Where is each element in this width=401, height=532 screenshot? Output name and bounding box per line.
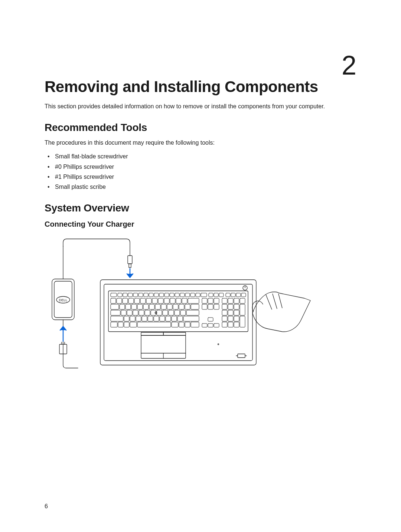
svg-rect-106 [166,316,171,321]
svg-rect-73 [185,304,190,309]
svg-rect-40 [111,298,116,303]
svg-rect-124 [202,324,207,327]
svg-rect-59 [234,298,239,303]
svg-rect-51 [176,298,181,303]
svg-rect-120 [172,322,178,327]
svg-rect-103 [148,316,153,321]
svg-rect-76 [208,304,213,309]
svg-rect-91 [169,310,174,315]
charger-diagram-icon: DELL [45,235,312,369]
list-item: Small flat-blade screwdriver [45,151,356,161]
svg-rect-72 [179,304,184,309]
svg-rect-93 [180,310,186,315]
svg-rect-18 [128,293,133,297]
svg-rect-84 [127,310,132,315]
svg-rect-57 [222,298,227,303]
svg-rect-102 [142,316,147,321]
svg-rect-38 [236,293,241,297]
svg-rect-83 [121,310,126,315]
svg-rect-92 [175,310,180,315]
svg-rect-132 [141,332,163,335]
tools-list: Small flat-blade screwdriver #0 Phillips… [45,151,356,192]
svg-rect-20 [138,293,143,297]
svg-rect-112 [228,316,233,321]
svg-rect-95 [222,310,227,315]
svg-line-140 [266,295,272,309]
svg-rect-114 [240,316,245,327]
svg-rect-61 [111,304,119,309]
svg-rect-86 [139,310,144,315]
svg-rect-82 [111,310,120,315]
page-title: Removing and Installing Components [45,78,356,96]
svg-rect-133 [163,332,186,335]
svg-rect-25 [164,293,169,297]
svg-rect-68 [155,304,160,309]
svg-rect-79 [228,304,233,309]
svg-rect-71 [173,304,178,309]
page-number: 6 [45,503,48,510]
svg-rect-32 [201,293,207,297]
svg-rect-89 [157,310,162,315]
svg-rect-27 [175,293,179,297]
svg-line-142 [278,294,282,308]
svg-rect-119 [137,322,171,327]
svg-rect-128 [228,322,233,327]
svg-rect-127 [222,322,227,327]
svg-rect-48 [158,298,163,303]
svg-rect-41 [117,298,122,303]
svg-rect-39 [241,293,246,297]
svg-rect-108 [177,316,183,321]
svg-rect-1 [129,264,131,267]
svg-rect-81 [240,304,245,315]
svg-rect-78 [222,304,227,309]
svg-rect-125 [208,324,213,327]
svg-rect-90 [163,310,168,315]
svg-rect-74 [191,304,199,309]
svg-rect-17 [123,293,127,297]
list-item: #1 Phillips screwdriver [45,172,356,182]
svg-rect-77 [214,304,219,309]
svg-rect-19 [133,293,138,297]
svg-rect-75 [202,304,207,309]
svg-rect-123 [191,322,199,327]
svg-rect-37 [231,293,235,297]
svg-rect-0 [128,256,132,264]
svg-point-136 [218,344,219,345]
list-item: #0 Phillips screwdriver [45,162,356,172]
svg-rect-50 [170,298,175,303]
svg-rect-35 [219,293,224,297]
svg-rect-137 [238,354,245,358]
svg-rect-56 [214,298,219,303]
svg-rect-15 [111,293,117,297]
svg-rect-34 [214,293,218,297]
svg-rect-107 [172,316,177,321]
svg-rect-110 [208,318,213,321]
svg-rect-116 [118,322,123,327]
svg-rect-105 [160,316,165,321]
svg-rect-62 [120,304,125,309]
svg-rect-109 [183,316,199,321]
svg-rect-55 [208,298,213,303]
svg-rect-80 [234,304,239,309]
svg-rect-115 [111,322,117,327]
svg-rect-101 [136,316,141,321]
svg-rect-104 [154,316,159,321]
svg-rect-21 [144,293,148,297]
svg-rect-100 [130,316,135,321]
svg-rect-65 [137,304,143,309]
tools-lead: The procedures in this document may requ… [45,139,356,146]
svg-rect-28 [180,293,185,297]
svg-rect-58 [228,298,233,303]
svg-line-141 [273,294,277,309]
svg-rect-45 [140,298,146,303]
section-heading-overview: System Overview [45,202,356,214]
section-heading-tools: Recommended Tools [45,122,356,134]
svg-rect-44 [134,298,140,303]
subsection-heading-charger: Connecting Your Charger [45,220,356,229]
figure-connecting-charger: DELL [45,235,356,369]
svg-rect-36 [226,293,230,297]
svg-rect-42 [123,298,128,303]
svg-rect-94 [186,310,199,315]
svg-rect-117 [124,322,129,327]
svg-rect-129 [234,322,239,327]
